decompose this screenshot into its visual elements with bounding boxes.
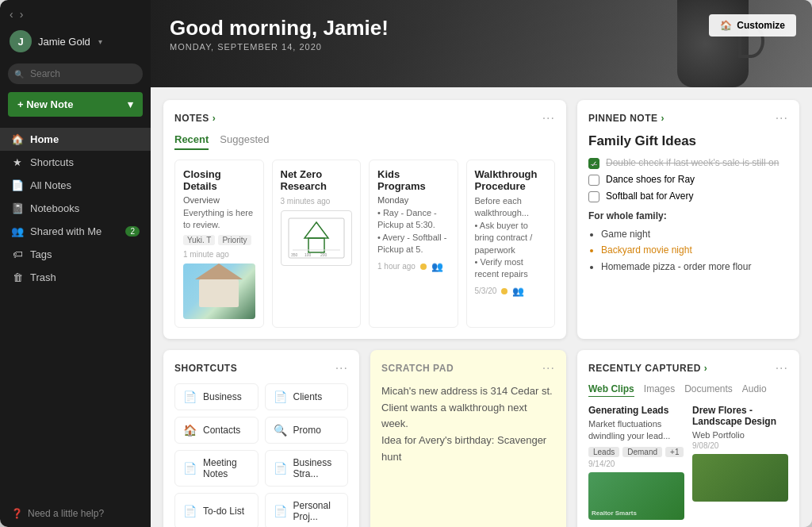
note-body: • Ray - Dance - Pickup at 5:30. • Avery … bbox=[377, 207, 450, 256]
pinned-arrow-icon: › bbox=[661, 113, 665, 124]
checklist-item-3[interactable]: Softball bat for Avery bbox=[588, 190, 788, 202]
shortcuts-header: SHORTCUTS ··· bbox=[174, 361, 348, 375]
shortcut-label: To-do List bbox=[203, 506, 244, 517]
checkbox-1[interactable]: ✓ bbox=[588, 158, 599, 169]
shortcut-label: Meeting Notes bbox=[203, 457, 250, 479]
notes-grid: Closing Details Overview Everything is h… bbox=[174, 160, 555, 328]
tab-web-clips[interactable]: Web Clips bbox=[588, 383, 634, 397]
home-icon: 🏠 bbox=[11, 133, 24, 145]
tab-documents[interactable]: Documents bbox=[684, 383, 733, 397]
shortcut-label: Contacts bbox=[203, 425, 240, 436]
shortcut-business-stra[interactable]: 📄 Business Stra... bbox=[265, 450, 349, 487]
notes-arrow-icon: › bbox=[213, 113, 216, 124]
sidebar-item-label: Shared with Me bbox=[30, 225, 102, 237]
sidebar: ‹ › J Jamie Gold ▾ + New Note ▾ 🏠 Home ★… bbox=[0, 0, 151, 527]
captured-item-tags: Leads Demand +1 bbox=[588, 447, 684, 457]
pinned-menu-button[interactable]: ··· bbox=[776, 111, 788, 125]
checklist-item-1[interactable]: ✓ Double check if last week's sale is st… bbox=[588, 157, 788, 169]
note-title: Kids Programs bbox=[377, 168, 450, 192]
new-note-button[interactable]: + New Note ▾ bbox=[8, 92, 143, 117]
sidebar-item-all-notes[interactable]: 📄 All Notes bbox=[0, 174, 151, 197]
nav-forward-button[interactable]: › bbox=[20, 8, 24, 21]
sidebar-item-tags[interactable]: 🏷 Tags bbox=[0, 243, 151, 266]
shortcut-icon: 🏠 bbox=[183, 424, 197, 437]
sidebar-item-notebooks[interactable]: 📓 Notebooks bbox=[0, 197, 151, 220]
scratch-menu-button[interactable]: ··· bbox=[542, 361, 555, 375]
note-title: Walkthrough Procedure bbox=[475, 168, 547, 192]
customize-label: Customize bbox=[737, 20, 785, 31]
pinned-list: Game night Backyard movie night Homemade… bbox=[588, 226, 788, 275]
customize-button[interactable]: 🏠 Customize bbox=[709, 14, 796, 37]
notes-card-header: NOTES › ··· bbox=[174, 111, 555, 125]
note-kids-programs[interactable]: Kids Programs Monday • Ray - Dance - Pic… bbox=[369, 160, 458, 328]
shortcut-contacts[interactable]: 🏠 Contacts bbox=[174, 417, 259, 444]
note-thumbnail: 350 100 200 bbox=[281, 210, 353, 266]
shortcut-clients[interactable]: 📄 Clients bbox=[265, 383, 349, 410]
shared-badge: 2 bbox=[125, 226, 140, 237]
checkbox-2[interactable] bbox=[588, 175, 599, 186]
checklist-text-3: Softball bat for Avery bbox=[606, 190, 694, 202]
note-time: 3 minutes ago bbox=[281, 197, 353, 206]
pinned-note-card: PINNED NOTE › ··· Family Gift Ideas ✓ Do… bbox=[577, 100, 799, 339]
captured-item-thumbnail bbox=[692, 454, 788, 502]
status-dot bbox=[420, 264, 427, 270]
main-content: Good morning, Jamie! MONDAY, SEPTEMBER 1… bbox=[151, 0, 812, 527]
checklist-item-2[interactable]: Dance shoes for Ray bbox=[588, 174, 788, 186]
shortcut-label: Business Stra... bbox=[293, 457, 340, 479]
note-closing-details[interactable]: Closing Details Overview Everything is h… bbox=[174, 160, 264, 328]
captured-menu-button[interactable]: ··· bbox=[776, 361, 788, 375]
captured-item-title: Generating Leads bbox=[588, 405, 684, 416]
avatar: J bbox=[10, 30, 32, 52]
user-profile[interactable]: J Jamie Gold ▾ bbox=[0, 25, 151, 60]
help-footer[interactable]: ❓ Need a little help? bbox=[0, 500, 151, 527]
checklist-text-1: Double check if last week's sale is stil… bbox=[606, 157, 779, 168]
captured-item-date: 9/14/20 bbox=[588, 460, 684, 468]
note-walkthrough[interactable]: Walkthrough Procedure Before each walkth… bbox=[466, 160, 556, 328]
sidebar-item-label: Trash bbox=[30, 271, 56, 283]
shortcut-personal-proj[interactable]: 📄 Personal Proj... bbox=[265, 493, 349, 527]
shortcut-promo[interactable]: 🔍 Promo bbox=[265, 417, 349, 444]
tab-suggested[interactable]: Suggested bbox=[220, 133, 269, 150]
shortcut-todo[interactable]: 📄 To-do List bbox=[174, 493, 259, 527]
recently-captured-card: RECENTLY CAPTURED › ··· Web Clips Images… bbox=[577, 350, 799, 527]
shortcut-meeting-notes[interactable]: 📄 Meeting Notes bbox=[174, 450, 259, 487]
tab-recent[interactable]: Recent bbox=[174, 133, 209, 150]
nav-back-button[interactable]: ‹ bbox=[10, 8, 13, 21]
notes-menu-button[interactable]: ··· bbox=[542, 111, 555, 125]
captured-item-title: Drew Flores - Landscape Design bbox=[692, 405, 788, 427]
notes-card: NOTES › ··· Recent Suggested Closing Det… bbox=[163, 100, 566, 339]
status-dot bbox=[501, 288, 508, 294]
captured-item-drew[interactable]: Drew Flores - Landscape Design Web Portf… bbox=[692, 405, 788, 520]
note-net-zero[interactable]: Net Zero Research 3 minutes ago 350 100 … bbox=[272, 160, 362, 328]
star-icon: ★ bbox=[11, 156, 24, 168]
sidebar-item-trash[interactable]: 🗑 Trash bbox=[0, 266, 151, 289]
checkbox-3[interactable] bbox=[588, 191, 599, 202]
search-container bbox=[8, 63, 143, 84]
captured-item-thumbnail: Realtor Smarts bbox=[588, 472, 684, 520]
header-mug-decoration bbox=[677, 0, 749, 87]
shortcuts-menu-button[interactable]: ··· bbox=[335, 361, 348, 375]
note-title: Closing Details bbox=[183, 168, 255, 192]
sidebar-item-shortcuts[interactable]: ★ Shortcuts bbox=[0, 151, 151, 174]
scratch-pad-title: SCRATCH PAD bbox=[381, 363, 454, 374]
sidebar-item-home[interactable]: 🏠 Home bbox=[0, 128, 151, 151]
shortcut-business[interactable]: 📄 Business bbox=[174, 383, 259, 410]
captured-item-leads[interactable]: Generating Leads Market fluctuations dwi… bbox=[588, 405, 684, 520]
note-title: Net Zero Research bbox=[281, 168, 353, 192]
shortcut-label: Business bbox=[203, 391, 242, 402]
tab-audio[interactable]: Audio bbox=[742, 383, 767, 397]
sidebar-item-shared[interactable]: 👥 Shared with Me 2 bbox=[0, 220, 151, 243]
svg-text:100: 100 bbox=[304, 252, 312, 257]
scratch-pad-body[interactable]: Micah's new address is 314 Cedar st. Cli… bbox=[381, 383, 555, 466]
tab-images[interactable]: Images bbox=[644, 383, 675, 397]
captured-title: RECENTLY CAPTURED › bbox=[588, 363, 707, 374]
checklist-text-2: Dance shoes for Ray bbox=[606, 174, 695, 185]
shortcuts-card: SHORTCUTS ··· 📄 Business 📄 Clients bbox=[163, 350, 359, 527]
user-dropdown-icon: ▾ bbox=[98, 37, 102, 46]
note-subtitle: Overview bbox=[183, 195, 255, 205]
notebooks-icon: 📓 bbox=[11, 202, 24, 214]
search-input[interactable] bbox=[8, 63, 143, 84]
sidebar-item-label: All Notes bbox=[30, 179, 71, 191]
sidebar-item-label: Tags bbox=[30, 248, 52, 260]
header: Good morning, Jamie! MONDAY, SEPTEMBER 1… bbox=[151, 0, 812, 87]
